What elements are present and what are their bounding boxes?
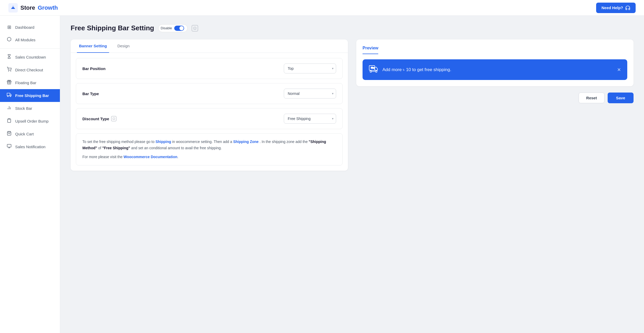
shipping-zone-link[interactable]: Shipping Zone	[233, 140, 258, 144]
quick-cart-icon	[6, 131, 12, 137]
logo-icon	[8, 3, 18, 13]
bar-position-label: Bar Position	[82, 66, 105, 71]
info-box: To set the free shipping method please g…	[76, 133, 343, 165]
form-body: Bar Position Top Bottom ▾ Bar Type	[71, 53, 348, 171]
sidebar-item-label: Direct Checkout	[15, 68, 43, 72]
discount-type-select[interactable]: Free Shipping Fixed Amount Percentage	[284, 114, 336, 124]
svg-rect-5	[7, 93, 10, 96]
cart-icon	[7, 67, 12, 72]
toggle-wrap[interactable]: Disable	[158, 24, 187, 32]
sidebar-item-label: Stock Bar	[15, 106, 32, 111]
free-shipping-bar-icon	[6, 93, 12, 99]
dashboard-icon: ⊞	[6, 24, 12, 30]
svg-marker-6	[10, 94, 11, 96]
svg-rect-14	[7, 144, 11, 147]
svg-point-25	[376, 71, 377, 72]
upsell-order-bump-icon	[6, 118, 12, 124]
bar-type-select[interactable]: Normal Animated	[284, 89, 336, 99]
info-symbol-icon	[193, 27, 196, 30]
svg-point-24	[370, 71, 372, 72]
headset-icon	[625, 5, 630, 10]
all-modules-icon	[6, 37, 12, 43]
monitor-icon	[7, 144, 12, 148]
svg-point-8	[10, 96, 11, 97]
bar-type-label: Bar Type	[82, 91, 99, 96]
sidebar-item-label: Sales Notification	[15, 145, 46, 149]
svg-point-1	[8, 71, 9, 71]
discount-type-info-icon[interactable]	[111, 116, 116, 121]
truck-delivery-icon: FREE	[369, 64, 378, 73]
discount-type-label: Discount Type	[82, 116, 116, 121]
bar-position-select[interactable]: Top Bottom	[284, 64, 336, 73]
tab-design-label: Design	[117, 44, 130, 48]
bar-position-select-wrapper: Top Bottom ▾	[284, 64, 336, 73]
truck-icon	[7, 93, 12, 97]
sidebar-item-label: Quick Cart	[15, 132, 34, 136]
page-header: Free Shipping Bar Setting Disable	[71, 24, 634, 32]
sidebar-item-stock-bar[interactable]: Stock Bar	[0, 102, 60, 115]
gift-icon	[7, 80, 12, 84]
page-info-icon[interactable]	[192, 25, 198, 31]
stock-bar-icon	[6, 105, 12, 111]
sidebar-item-sales-notification[interactable]: Sales Notification	[0, 140, 60, 153]
sidebar-item-dashboard[interactable]: ⊞ Dashboard	[0, 21, 60, 33]
svg-point-2	[10, 71, 11, 71]
info-paragraph-2: For more please visit the Woocommerce Do…	[82, 154, 336, 160]
bar-position-field: Bar Position Top Bottom ▾	[76, 58, 343, 79]
main-content: Free Shipping Bar Setting Disable	[60, 16, 644, 333]
clipboard-icon	[7, 118, 12, 123]
sidebar-item-upsell-order-bump[interactable]: Upsell Order Bump	[0, 115, 60, 128]
info-paragraph-1: To set the free shipping method please g…	[82, 139, 336, 151]
tab-banner-setting-label: Banner Setting	[79, 44, 107, 48]
layout: ⊞ Dashboard All Modules Sales Countdown	[0, 16, 644, 333]
preview-banner: FREE Add more ৳ 10 to get free shipping.…	[363, 59, 627, 80]
save-button[interactable]: Save	[608, 93, 634, 103]
toggle-label: Disable	[161, 26, 172, 30]
sidebar-divider	[0, 48, 60, 49]
floating-bar-icon	[6, 80, 12, 86]
page-title: Free Shipping Bar Setting	[71, 24, 154, 32]
toggle-switch[interactable]	[174, 26, 184, 31]
preview-panel: Preview FREE	[356, 39, 634, 86]
sidebar-item-label: Floating Bar	[15, 81, 36, 85]
sidebar-item-label: Upsell Order Bump	[15, 119, 49, 123]
cube-icon	[7, 37, 12, 42]
reset-button[interactable]: Reset	[579, 93, 605, 103]
sidebar-item-direct-checkout[interactable]: Direct Checkout	[0, 64, 60, 76]
logo-growth-text: Growth	[38, 4, 58, 11]
sidebar-item-floating-bar[interactable]: Floating Bar	[0, 76, 60, 89]
right-column: Preview FREE	[356, 39, 634, 103]
need-help-button[interactable]: Need Help?	[596, 3, 636, 13]
sidebar-item-label: All Modules	[15, 38, 36, 42]
settings-panel: Banner Setting Design Bar Position Top	[71, 39, 348, 171]
svg-point-7	[7, 96, 8, 97]
sales-notification-icon	[6, 144, 12, 150]
top-header: StoreGrowth Need Help?	[0, 0, 644, 16]
need-help-label: Need Help?	[601, 5, 623, 10]
sidebar-item-sales-countdown[interactable]: Sales Countdown	[0, 51, 60, 64]
discount-type-field: Discount Type Free Shi	[76, 108, 343, 129]
tab-banner-setting[interactable]: Banner Setting	[77, 39, 109, 53]
bottom-actions: Reset Save	[356, 93, 634, 103]
discount-type-select-wrapper: Free Shipping Fixed Amount Percentage ▾	[284, 114, 336, 124]
preview-close-icon[interactable]: ✕	[617, 67, 621, 73]
content-grid: Banner Setting Design Bar Position Top	[71, 39, 634, 171]
tab-design[interactable]: Design	[115, 39, 132, 53]
shopping-bag-icon	[7, 131, 12, 136]
sidebar-item-free-shipping-bar[interactable]: Free Shipping Bar	[0, 89, 60, 102]
bar-type-select-wrapper: Normal Animated ▾	[284, 89, 336, 99]
shipping-link[interactable]: Shipping	[155, 140, 171, 144]
preview-banner-text: Add more ৳ 10 to get free shipping.	[382, 67, 613, 72]
sidebar-item-label: Free Shipping Bar	[15, 93, 49, 98]
sidebar-item-all-modules[interactable]: All Modules	[0, 33, 60, 46]
direct-checkout-icon	[6, 67, 12, 73]
svg-text:FREE: FREE	[371, 67, 375, 69]
info-bold-2: "Free Shipping"	[102, 146, 130, 150]
sales-countdown-icon	[6, 54, 12, 60]
info-small-icon	[112, 117, 115, 120]
hourglass-icon	[7, 54, 12, 59]
logo-store-text: Store	[20, 4, 35, 11]
sidebar: ⊞ Dashboard All Modules Sales Countdown	[0, 16, 60, 333]
woocommerce-docs-link[interactable]: Woocommerce Documentation	[123, 155, 177, 159]
sidebar-item-quick-cart[interactable]: Quick Cart	[0, 128, 60, 140]
